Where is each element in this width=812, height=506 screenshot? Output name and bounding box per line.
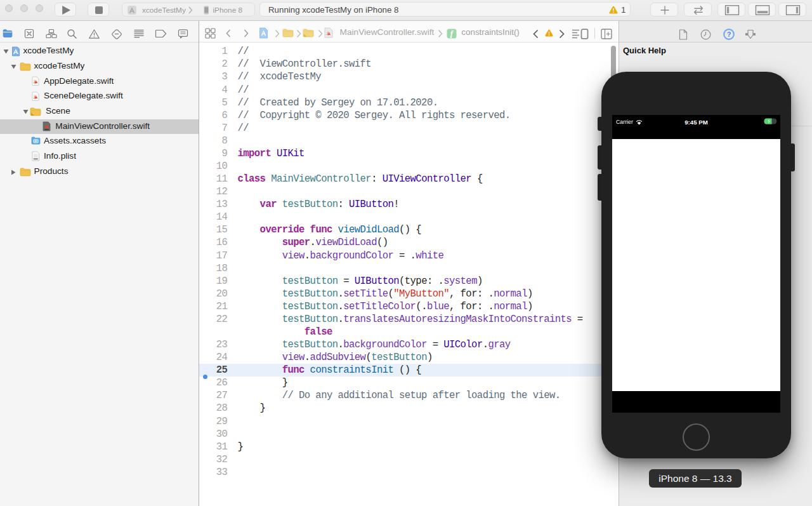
svg-text:?: ? (726, 30, 731, 38)
